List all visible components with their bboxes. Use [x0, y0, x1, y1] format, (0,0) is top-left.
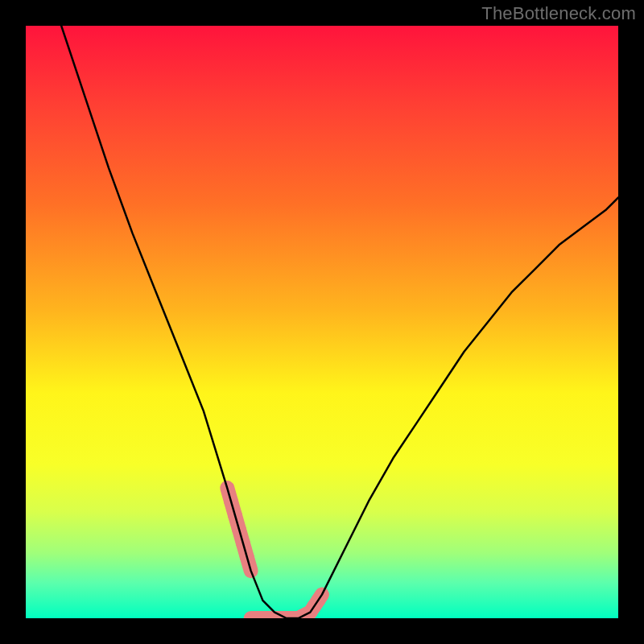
gradient-background [26, 26, 618, 618]
chart-plot-area [26, 26, 618, 618]
chart-frame: TheBottleneck.com [0, 0, 644, 644]
watermark-text: TheBottleneck.com [481, 3, 636, 24]
chart-svg [26, 26, 618, 618]
